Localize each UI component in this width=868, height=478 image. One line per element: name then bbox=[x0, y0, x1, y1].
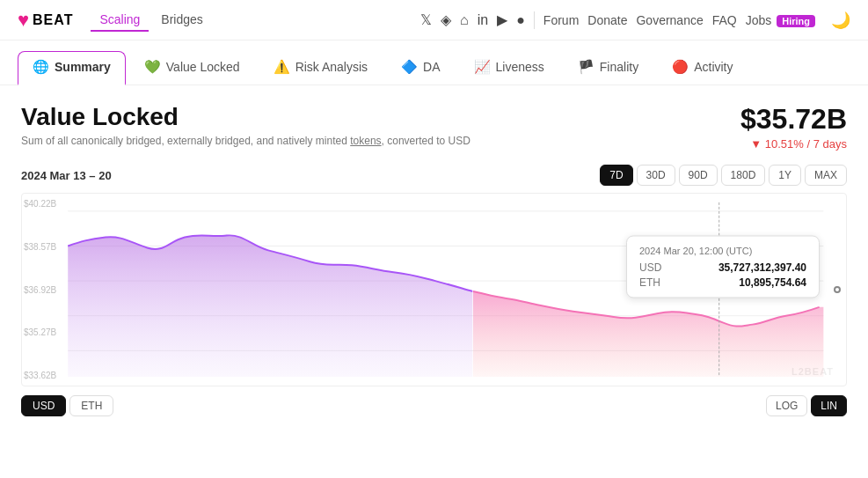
tooltip-usd-label: USD bbox=[639, 261, 661, 273]
nav-faq[interactable]: FAQ bbox=[712, 13, 737, 27]
tab-summary[interactable]: 🌐 Summary bbox=[18, 51, 126, 85]
nav-bridges[interactable]: Bridges bbox=[152, 9, 211, 32]
tooltip-usd-value: 35,727,312,397.40 bbox=[718, 261, 806, 273]
nav-forum[interactable]: Forum bbox=[543, 13, 579, 27]
tooltip-eth-label: ETH bbox=[639, 276, 660, 288]
tab-finality[interactable]: 🏴 Finality bbox=[563, 51, 653, 85]
medium-icon[interactable]: ● bbox=[516, 12, 525, 28]
da-icon: 🔷 bbox=[401, 59, 418, 75]
tab-liveness[interactable]: 📈 Liveness bbox=[459, 51, 559, 85]
finality-icon: 🏴 bbox=[578, 59, 594, 75]
chart-container: $40.22B $38.57B $36.92B $35.27B $33.62B bbox=[21, 193, 847, 386]
tooltip-eth-row: ETH 10,895,754.64 bbox=[639, 276, 806, 288]
tokens-link[interactable]: tokens bbox=[350, 135, 381, 147]
scale-lin[interactable]: LIN bbox=[811, 395, 847, 416]
value-amount-block: $35.72B 10.51% / 7 days bbox=[740, 103, 847, 151]
header-left: Value Locked Sum of all canonically brid… bbox=[21, 103, 470, 147]
currency-eth[interactable]: ETH bbox=[69, 395, 113, 416]
subtitle: Sum of all canonically bridged, external… bbox=[21, 135, 470, 147]
controls-row: 2024 Mar 13 – 20 7D 30D 90D 180D 1Y MAX bbox=[21, 165, 847, 186]
tooltip-eth-value: 10,895,754.64 bbox=[739, 276, 806, 288]
scale-log[interactable]: LOG bbox=[766, 395, 807, 416]
twitter-icon[interactable]: 𝕏 bbox=[420, 11, 432, 28]
change-indicator: 10.51% / 7 days bbox=[740, 137, 847, 151]
linkedin-icon[interactable]: in bbox=[478, 12, 488, 28]
risk-icon: ⚠️ bbox=[274, 59, 290, 75]
time-90d[interactable]: 90D bbox=[679, 165, 718, 186]
social-icons: 𝕏 ◈ ⌂ in ▶ ● Forum Donate Governance FAQ… bbox=[420, 11, 850, 30]
time-1y[interactable]: 1Y bbox=[769, 165, 801, 186]
navbar: ♥ BEAT Scaling Bridges 𝕏 ◈ ⌂ in ▶ ● Foru… bbox=[0, 0, 868, 40]
tooltip-dot bbox=[834, 286, 841, 293]
tabs-bar: 🌐 Summary 💚 Value Locked ⚠️ Risk Analysi… bbox=[0, 40, 868, 85]
time-buttons: 7D 30D 90D 180D 1Y MAX bbox=[600, 165, 847, 186]
tab-risk-label: Risk Analysis bbox=[295, 60, 368, 74]
liveness-icon: 📈 bbox=[474, 59, 491, 75]
activity-icon: 🔴 bbox=[672, 59, 689, 75]
logo[interactable]: ♥ BEAT bbox=[18, 9, 73, 32]
tab-activity[interactable]: 🔴 Activity bbox=[657, 51, 748, 85]
nav-jobs[interactable]: Jobs Hiring bbox=[746, 13, 815, 27]
tab-liveness-label: Liveness bbox=[496, 60, 544, 74]
bottom-controls: USD ETH LOG LIN bbox=[21, 395, 847, 416]
github-icon[interactable]: ⌂ bbox=[460, 12, 469, 28]
summary-icon: 🌐 bbox=[33, 59, 49, 75]
value-locked-header: Value Locked Sum of all canonically brid… bbox=[21, 103, 847, 151]
tooltip-usd-row: USD 35,727,312,397.40 bbox=[639, 261, 806, 273]
tab-da[interactable]: 🔷 DA bbox=[386, 51, 455, 85]
nav-governance[interactable]: Governance bbox=[636, 13, 703, 27]
hiring-badge: Hiring bbox=[777, 15, 815, 27]
time-30d[interactable]: 30D bbox=[637, 165, 675, 186]
logo-text: BEAT bbox=[33, 12, 73, 28]
chart-watermark: L2BEAT bbox=[791, 366, 834, 377]
chart-tooltip: 2024 Mar 20, 12:00 (UTC) USD 35,727,312,… bbox=[626, 235, 820, 298]
tab-activity-label: Activity bbox=[694, 60, 733, 74]
nav-divider bbox=[534, 11, 535, 29]
nav-links: Scaling Bridges bbox=[91, 9, 211, 32]
tab-summary-label: Summary bbox=[55, 60, 111, 74]
youtube-icon[interactable]: ▶ bbox=[497, 11, 507, 28]
tooltip-date: 2024 Mar 20, 12:00 (UTC) bbox=[639, 245, 806, 255]
tab-finality-label: Finality bbox=[600, 60, 638, 74]
page-title: Value Locked bbox=[21, 103, 470, 131]
tab-value-locked[interactable]: 💚 Value Locked bbox=[129, 51, 255, 85]
time-180d[interactable]: 180D bbox=[721, 165, 766, 186]
tab-value-locked-label: Value Locked bbox=[166, 60, 240, 74]
nav-donate[interactable]: Donate bbox=[587, 13, 627, 27]
tab-risk-analysis[interactable]: ⚠️ Risk Analysis bbox=[259, 51, 383, 85]
value-locked-icon: 💚 bbox=[144, 59, 161, 75]
time-max[interactable]: MAX bbox=[805, 165, 847, 186]
tab-da-label: DA bbox=[423, 60, 440, 74]
nav-scaling[interactable]: Scaling bbox=[91, 9, 149, 32]
discord-icon[interactable]: ◈ bbox=[441, 11, 451, 28]
dark-mode-toggle[interactable]: 🌙 bbox=[831, 11, 850, 30]
time-7d[interactable]: 7D bbox=[600, 165, 632, 186]
main-content: Value Locked Sum of all canonically brid… bbox=[0, 85, 868, 430]
scale-buttons: LOG LIN bbox=[766, 395, 847, 416]
total-value: $35.72B bbox=[740, 103, 847, 136]
currency-buttons: USD ETH bbox=[21, 395, 113, 416]
currency-usd[interactable]: USD bbox=[21, 395, 66, 416]
logo-icon: ♥ bbox=[18, 9, 29, 32]
date-range: 2024 Mar 13 – 20 bbox=[21, 169, 112, 182]
